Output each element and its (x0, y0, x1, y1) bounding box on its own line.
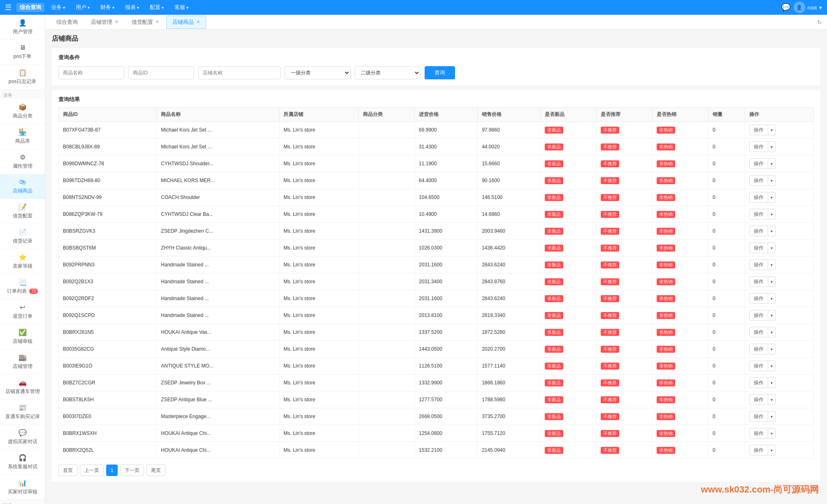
action-button[interactable]: 操作 (749, 192, 768, 203)
action-caret-button[interactable]: ▾ (768, 445, 776, 455)
tabs-refresh-icon[interactable]: ↻ (817, 19, 822, 25)
store-name-input[interactable] (198, 66, 281, 79)
tab-close-loan-config[interactable]: ✕ (156, 19, 159, 25)
action-button[interactable]: 操作 (749, 394, 768, 405)
action-caret-button[interactable]: ▾ (768, 411, 776, 422)
action-caret-button[interactable]: ▾ (768, 327, 776, 338)
sidebar-item-store-products[interactable]: 🛍 店铺商品 (0, 174, 45, 199)
product-id-input[interactable] (128, 66, 194, 79)
action-button[interactable]: 操作 (749, 276, 768, 287)
sidebar-item-seller-level[interactable]: ⭐ 卖家等级 (0, 249, 45, 274)
nav-item-finance[interactable]: 财务 ▾ (95, 0, 119, 15)
action-button[interactable]: 操作 (749, 361, 768, 371)
cell-store: Ms. Lin's store (279, 139, 359, 155)
sidebar-item-loan-config[interactable]: 📝 借货配置 (0, 199, 45, 224)
current-page: 1 (106, 465, 118, 476)
last-page-button[interactable]: 尾页 (146, 465, 165, 476)
cell-is-new: 非新品 (541, 341, 597, 358)
action-caret-button[interactable]: ▾ (768, 310, 776, 321)
action-caret-button[interactable]: ▾ (768, 192, 776, 203)
action-caret-button[interactable]: ▾ (768, 226, 776, 236)
action-caret-button[interactable]: ▾ (768, 158, 776, 169)
sidebar-item-system-service[interactable]: 🎧 系统客服对话 (0, 450, 45, 475)
sidebar-item-store-review[interactable]: ✅ 店铺审核 (0, 324, 45, 349)
action-caret-button[interactable]: ▾ (768, 344, 776, 354)
sidebar-item-return-order[interactable]: ↩ 退货订单 (0, 299, 45, 324)
action-button[interactable]: 操作 (749, 411, 768, 422)
nav-item-business[interactable]: 业务 ▾ (46, 0, 70, 15)
nav-item-user[interactable]: 用户 ▾ (71, 0, 95, 15)
sidebar-item-direct-train[interactable]: 🚗 店铺直通车管理 (0, 375, 45, 400)
action-button[interactable]: 操作 (749, 377, 768, 388)
action-button[interactable]: 操作 (749, 175, 768, 186)
main-wrapper: 👤 用户管理 🖥 pos下单 📋 pos日志记录 业务 📦 商品分类 🏪 商品库… (0, 15, 827, 504)
action-caret-button[interactable]: ▾ (768, 175, 776, 186)
action-button[interactable]: 操作 (749, 158, 768, 169)
action-button[interactable]: 操作 (749, 428, 768, 439)
action-caret-button[interactable]: ▾ (768, 243, 776, 253)
tab-store-management[interactable]: 店铺管理 ✕ (85, 16, 125, 29)
tab-close-store-management[interactable]: ✕ (115, 19, 118, 25)
action-button[interactable]: 操作 (749, 226, 768, 236)
category2-select[interactable]: 二级分类 (355, 66, 420, 79)
action-button[interactable]: 操作 (749, 327, 768, 338)
sidebar-item-attribute-management[interactable]: ⚙ 属性管理 (0, 149, 45, 174)
sidebar-item-virtual-buyer[interactable]: 💬 虚拟买家对话 (0, 425, 45, 450)
action-button[interactable]: 操作 (749, 259, 768, 270)
action-caret-button[interactable]: ▾ (768, 428, 776, 439)
tab-store-products[interactable]: 店铺商品 ✕ (166, 16, 206, 29)
action-caret-button[interactable]: ▾ (768, 377, 776, 388)
action-button[interactable]: 操作 (749, 243, 768, 253)
is-hot-badge: 非热销 (657, 379, 675, 386)
sidebar-item-store-management[interactable]: 🏬 店铺管理 (0, 349, 45, 375)
nav-item-report[interactable]: 报表 ▾ (120, 0, 144, 15)
action-button[interactable]: 操作 (749, 293, 768, 304)
sidebar-item-product-category[interactable]: 📦 商品分类 (0, 99, 45, 124)
category1-select[interactable]: 一级分类 (285, 66, 351, 79)
sidebar-item-loan-records[interactable]: 📄 借货记录 (0, 224, 45, 249)
sidebar-item-pos-order[interactable]: 🖥 pos下单 (0, 40, 45, 65)
cell-id: B003I7DZE0 (59, 408, 157, 425)
sidebar-item-direct-train-records[interactable]: 📰 直通车购买记录 (0, 400, 45, 425)
nav-logo[interactable]: 综合查询 (16, 3, 44, 12)
sidebar-item-pos-log[interactable]: 📋 pos日志记录 (0, 65, 45, 90)
chat-icon[interactable]: 💬 (781, 3, 790, 12)
menu-icon[interactable]: ☰ (5, 3, 12, 12)
sidebar-item-order-list[interactable]: 📃 订单列表 70 (0, 274, 45, 299)
cell-category (359, 290, 415, 307)
sidebar-item-buyer-dialogue-review[interactable]: 📊 买家对话审核 (0, 475, 45, 500)
cell-purchase-price: 2031.1600 (415, 257, 478, 273)
prev-page-button[interactable]: 上一页 (80, 465, 104, 476)
action-button[interactable]: 操作 (749, 141, 768, 152)
tabs-bar: 综合查询 店铺管理 ✕ 借货配置 ✕ 店铺商品 ✕ ↻ (45, 15, 827, 30)
user-info[interactable]: 👤 root ▾ (794, 2, 822, 13)
next-page-button[interactable]: 下一页 (120, 465, 144, 476)
action-caret-button[interactable]: ▾ (768, 125, 776, 135)
action-caret-button[interactable]: ▾ (768, 293, 776, 304)
action-button[interactable]: 操作 (749, 125, 768, 135)
tab-comprehensive-query[interactable]: 综合查询 (50, 16, 84, 29)
action-caret-button[interactable]: ▾ (768, 259, 776, 270)
action-button[interactable]: 操作 (749, 344, 768, 354)
action-button[interactable]: 操作 (749, 310, 768, 321)
results-section: 查询结果 商品ID 商品名称 所属店铺 商品分类 进货价格 销售价格 是否新品 … (52, 90, 820, 482)
tab-close-store-products[interactable]: ✕ (196, 19, 200, 25)
cell-store: Ms. Lin's store (279, 307, 359, 324)
product-name-input[interactable] (58, 66, 124, 79)
sidebar-item-user-management[interactable]: 👤 用户管理 (0, 15, 45, 40)
nav-item-service[interactable]: 客服 ▾ (170, 0, 193, 15)
action-caret-button[interactable]: ▾ (768, 209, 776, 220)
sidebar-item-product-library[interactable]: 🏪 商品库 (0, 124, 45, 149)
action-caret-button[interactable]: ▾ (768, 361, 776, 371)
action-caret-button[interactable]: ▾ (768, 276, 776, 287)
cell-name: CYHTWSDJ Clear Ba... (157, 206, 279, 223)
action-button[interactable]: 操作 (749, 209, 768, 220)
action-caret-button[interactable]: ▾ (768, 394, 776, 405)
action-button[interactable]: 操作 (749, 445, 768, 455)
first-page-button[interactable]: 首页 (58, 465, 77, 476)
nav-item-config[interactable]: 配置 ▾ (145, 0, 169, 15)
action-caret-button[interactable]: ▾ (768, 141, 776, 152)
order-icon: 📃 (19, 278, 27, 286)
tab-loan-config[interactable]: 借货配置 ✕ (125, 16, 165, 29)
query-button[interactable]: 查询 (425, 66, 455, 79)
